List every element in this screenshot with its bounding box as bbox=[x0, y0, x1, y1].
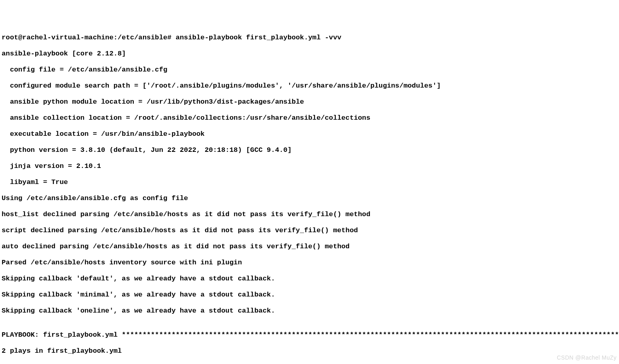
terminal-line: ansible collection location = /root/.ans… bbox=[2, 114, 617, 122]
watermark: CSDN @Rachel MuZy bbox=[557, 354, 617, 362]
terminal-line: PLAYBOOK: first_playbook.yml ***********… bbox=[2, 331, 617, 339]
terminal-line: configured module search path = ['/root/… bbox=[2, 82, 617, 90]
terminal-line: python version = 3.8.10 (default, Jun 22… bbox=[2, 146, 617, 154]
terminal-line: jinja version = 2.10.1 bbox=[2, 162, 617, 170]
terminal-line: Skipping callback 'minimal', as we alrea… bbox=[2, 291, 617, 299]
terminal-line: 2 plays in first_playbook.yml bbox=[2, 347, 617, 355]
terminal-line: Skipping callback 'oneline', as we alrea… bbox=[2, 307, 617, 315]
terminal-line: libyaml = True bbox=[2, 178, 617, 186]
terminal-line: script declined parsing /etc/ansible/hos… bbox=[2, 227, 617, 235]
terminal-line: auto declined parsing /etc/ansible/hosts… bbox=[2, 243, 617, 251]
terminal-line: Parsed /etc/ansible/hosts inventory sour… bbox=[2, 259, 617, 267]
terminal-line: executable location = /usr/bin/ansible-p… bbox=[2, 130, 617, 138]
terminal-line: Skipping callback 'default', as we alrea… bbox=[2, 275, 617, 283]
terminal-line: ansible python module location = /usr/li… bbox=[2, 98, 617, 106]
terminal-line: host_list declined parsing /etc/ansible/… bbox=[2, 211, 617, 219]
terminal-line: Using /etc/ansible/ansible.cfg as config… bbox=[2, 194, 617, 202]
terminal-line: root@rachel-virtual-machine:/etc/ansible… bbox=[2, 34, 617, 42]
terminal-line: config file = /etc/ansible/ansible.cfg bbox=[2, 66, 617, 74]
terminal-line: ansible-playbook [core 2.12.8] bbox=[2, 50, 617, 58]
